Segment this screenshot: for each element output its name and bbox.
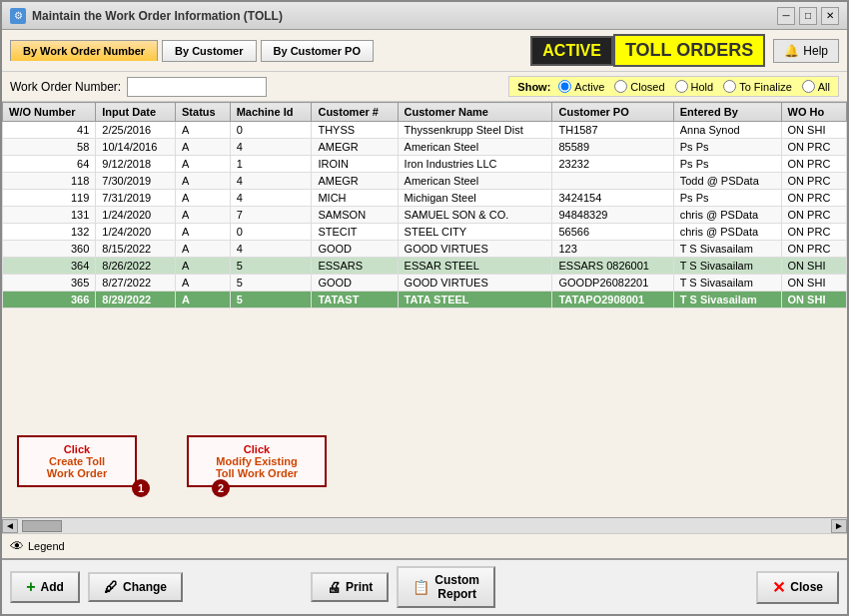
main-window: ⚙ Maintain the Work Order Information (T… — [0, 0, 849, 616]
table-header-row: W/O Number Input Date Status Machine Id … — [3, 103, 847, 122]
col-status: Status — [176, 103, 231, 122]
header-right: ACTIVE TOLL ORDERS 🔔 Help — [530, 34, 839, 67]
horizontal-scrollbar[interactable]: ◄ ► — [2, 517, 847, 533]
table-row[interactable]: 649/12/2018A1IROINIron Industries LLC232… — [3, 156, 847, 173]
col-entered-by: Entered By — [673, 103, 781, 122]
radio-active[interactable]: Active — [558, 80, 604, 93]
add-button[interactable]: + Add — [10, 571, 80, 603]
radio-hold[interactable]: Hold — [675, 80, 714, 93]
table-row[interactable]: 3608/15/2022A4GOODGOOD VIRTUES123T S Siv… — [3, 241, 847, 258]
table-row[interactable]: 3668/29/2022A5TATASTTATA STEELTATAPO2908… — [3, 292, 847, 308]
print-button[interactable]: 🖨 Print — [311, 572, 389, 602]
window-controls: ─ □ ✕ — [777, 7, 839, 25]
app-icon: ⚙ — [10, 8, 26, 24]
radio-all[interactable]: All — [802, 80, 830, 93]
callout-modify: ClickModify ExistingToll Work Order — [187, 435, 327, 487]
custom-report-button[interactable]: 📋 CustomReport — [397, 566, 495, 608]
content-area: W/O Number Input Date Status Machine Id … — [2, 102, 847, 517]
change-button[interactable]: 🖊 Change — [88, 572, 183, 602]
toolbar: By Work Order Number By Customer By Cust… — [2, 30, 847, 72]
maximize-button[interactable]: □ — [799, 7, 817, 25]
show-filter-area: Show: Active Closed Hold To Finalize All — [508, 76, 839, 97]
work-orders-table: W/O Number Input Date Status Machine Id … — [2, 102, 847, 308]
radio-group: Active Closed Hold To Finalize All — [558, 80, 830, 93]
search-bar: Work Order Number: Show: Active Closed H… — [2, 72, 847, 102]
table-row[interactable]: 1321/24/2020A0STECITSTEEL CITY56566chris… — [3, 224, 847, 241]
close-icon: ✕ — [772, 578, 785, 597]
minimize-button[interactable]: ─ — [777, 7, 795, 25]
col-machine-id: Machine Id — [230, 103, 312, 122]
callout-number-1: 1 — [132, 479, 150, 497]
legend-label: Legend — [28, 540, 65, 552]
col-wo-number: W/O Number — [3, 103, 96, 122]
print-icon: 🖨 — [327, 579, 341, 595]
bottom-bar: + Add 🖊 Change 🖨 Print 📋 CustomReport ✕ … — [2, 558, 847, 614]
table-body: 412/25/2016A0THYSSThyssenkrupp Steel Dis… — [3, 122, 847, 308]
print-label: Print — [346, 580, 373, 594]
window-title: Maintain the Work Order Information (TOL… — [32, 9, 283, 23]
custom-report-label: CustomReport — [434, 573, 479, 601]
title-bar: ⚙ Maintain the Work Order Information (T… — [2, 2, 847, 30]
tab-by-customer-po[interactable]: By Customer PO — [261, 40, 374, 62]
col-customer-name: Customer Name — [398, 103, 552, 122]
callout-number-2: 2 — [212, 479, 230, 497]
change-icon: 🖊 — [104, 579, 118, 595]
add-icon: + — [26, 578, 35, 596]
tab-by-work-order-number[interactable]: By Work Order Number — [10, 40, 158, 61]
add-label: Add — [41, 580, 64, 594]
wo-number-label: Work Order Number: — [10, 80, 121, 94]
table-row[interactable]: 412/25/2016A0THYSSThyssenkrupp Steel Dis… — [3, 122, 847, 139]
col-customer-num: Customer # — [312, 103, 398, 122]
table-row[interactable]: 3648/26/2022A5ESSARSESSAR STEELESSARS 08… — [3, 258, 847, 275]
window-close-button[interactable]: ✕ — [821, 7, 839, 25]
legend-area: 👁 Legend — [2, 533, 847, 558]
scrollbar-thumb[interactable] — [22, 520, 62, 532]
scroll-right-button[interactable]: ► — [831, 519, 847, 533]
table-row[interactable]: 5810/14/2016A4AMEGRAmerican Steel85589Ps… — [3, 139, 847, 156]
help-button[interactable]: 🔔 Help — [773, 39, 839, 63]
radio-to-finalize[interactable]: To Finalize — [723, 80, 792, 93]
table-row[interactable]: 3658/27/2022A5GOODGOOD VIRTUESGOODP26082… — [3, 275, 847, 292]
close-label: Close — [790, 580, 823, 594]
active-label: ACTIVE — [530, 36, 613, 66]
radio-closed[interactable]: Closed — [614, 80, 664, 93]
show-label: Show: — [517, 81, 550, 93]
legend-eye-icon: 👁 — [10, 538, 24, 554]
callout-create: ClickCreate TollWork Order — [17, 435, 137, 487]
table-row[interactable]: 1187/30/2019A4AMEGRAmerican SteelTodd @ … — [3, 173, 847, 190]
tab-by-customer[interactable]: By Customer — [162, 40, 256, 62]
table-row[interactable]: 1311/24/2020A7SAMSONSAMUEL SON & CO.9484… — [3, 207, 847, 224]
close-button[interactable]: ✕ Close — [756, 571, 839, 604]
help-label: Help — [803, 44, 828, 58]
wo-number-input[interactable] — [127, 77, 267, 97]
title-bar-left: ⚙ Maintain the Work Order Information (T… — [10, 8, 283, 24]
scroll-left-button[interactable]: ◄ — [2, 519, 18, 533]
callout-create-text: ClickCreate TollWork Order — [47, 443, 107, 479]
col-input-date: Input Date — [96, 103, 176, 122]
table-row[interactable]: 1197/31/2019A4MICHMichigan Steel3424154P… — [3, 190, 847, 207]
col-customer-po: Customer PO — [552, 103, 673, 122]
help-icon: 🔔 — [784, 44, 799, 58]
toll-orders-label: TOLL ORDERS — [613, 34, 765, 67]
callout-modify-text: ClickModify ExistingToll Work Order — [216, 443, 298, 479]
custom-report-icon: 📋 — [413, 579, 429, 595]
col-wo-ho: WO Ho — [781, 103, 846, 122]
change-label: Change — [123, 580, 167, 594]
